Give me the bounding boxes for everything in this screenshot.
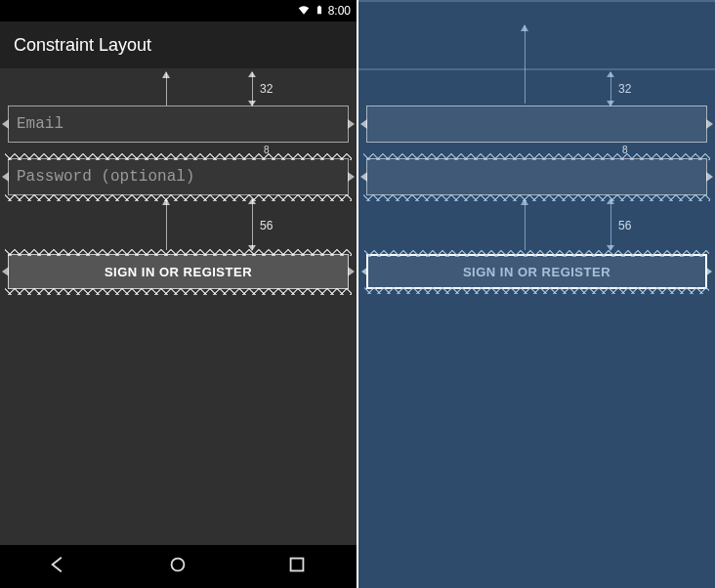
app-title: Constraint Layout [14, 35, 151, 56]
constraint-caret-right-icon [706, 119, 713, 129]
password-field[interactable] [8, 158, 349, 195]
margin-label-top: 32 [618, 82, 631, 96]
measure-line [610, 199, 611, 250]
home-button[interactable] [167, 554, 189, 579]
spring-constraint-icon [5, 248, 352, 256]
constraint-caret-right-icon [348, 267, 355, 276]
spring-constraint-icon [364, 249, 709, 257]
constraint-caret-left-icon [2, 267, 9, 276]
svg-point-0 [172, 559, 185, 571]
svg-rect-1 [291, 559, 304, 571]
blueprint-surface: 32 8 56 [358, 0, 715, 588]
recent-apps-button[interactable] [286, 554, 308, 579]
password-input-blueprint[interactable] [373, 167, 700, 187]
sign-in-or-register-button[interactable]: SIGN IN OR REGISTER [8, 254, 349, 289]
measure-line [252, 199, 253, 250]
email-field-blueprint[interactable] [366, 105, 707, 143]
margin-label-button: 56 [260, 219, 273, 232]
constraint-arrow [166, 199, 167, 250]
preview-surface: 32 8 56 [0, 68, 357, 545]
spring-constraint-icon [5, 287, 352, 295]
button-label: SIGN IN OR REGISTER [463, 265, 610, 279]
guideline [358, 0, 715, 2]
constraint-caret-left-icon [360, 172, 367, 182]
constraint-caret-left-icon [2, 172, 9, 182]
back-button[interactable] [49, 554, 70, 579]
android-nav-bar [0, 545, 357, 588]
constraint-caret-left-icon [2, 119, 9, 129]
password-field-blueprint[interactable] [366, 158, 707, 195]
sign-in-or-register-button-blueprint[interactable]: SIGN IN OR REGISTER [366, 254, 707, 289]
android-status-bar: 8:00 [0, 0, 357, 21]
wifi-icon [297, 3, 311, 20]
design-preview-pane: 8:00 Constraint Layout 32 8 [0, 0, 357, 588]
margin-label-button: 56 [618, 219, 631, 232]
email-input[interactable] [15, 114, 342, 134]
margin-label-top: 32 [260, 82, 273, 96]
constraint-arrow [525, 199, 526, 250]
measure-line [252, 72, 253, 105]
spring-constraint-icon [364, 286, 709, 294]
spring-constraint-icon [5, 193, 352, 201]
constraint-caret-left-icon [361, 267, 368, 276]
constraint-caret-right-icon [348, 172, 355, 182]
constraint-caret-right-icon [705, 267, 712, 276]
battery-icon [315, 3, 324, 20]
spring-constraint-icon [5, 152, 352, 160]
constraint-arrow [525, 25, 526, 104]
email-input-blueprint[interactable] [373, 114, 700, 134]
guideline [358, 68, 715, 70]
constraint-caret-right-icon [706, 172, 713, 182]
measure-line [610, 72, 611, 105]
email-field[interactable] [8, 105, 349, 143]
app-title-bar: Constraint Layout [0, 21, 357, 68]
constraint-caret-left-icon [360, 119, 367, 129]
button-label: SIGN IN OR REGISTER [105, 265, 252, 279]
status-time: 8:00 [328, 4, 351, 18]
constraint-arrow [166, 72, 167, 105]
constraint-caret-right-icon [348, 119, 355, 129]
password-input[interactable] [15, 167, 342, 187]
blueprint-pane: 32 8 56 [358, 0, 715, 588]
spring-constraint-icon [363, 193, 710, 201]
spring-constraint-icon [363, 152, 710, 160]
